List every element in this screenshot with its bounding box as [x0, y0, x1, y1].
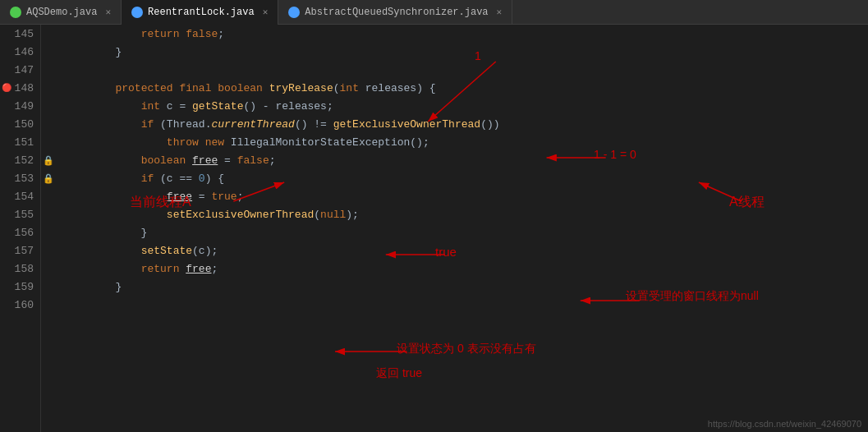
annotation-set-state: 设置状态为 0 表示没有占有 — [397, 342, 536, 356]
code-line-154: free = true; — [64, 187, 868, 205]
editor: 145 146 147 148 149 150 151 152 153 154 … — [0, 25, 868, 432]
tab-close-reentrantlock[interactable]: ✕ — [263, 7, 269, 17]
gutter-150 — [41, 115, 56, 133]
tab-icon-reentrantlock — [131, 7, 143, 18]
code-line-151: throw new IllegalMonitorStateException()… — [64, 133, 868, 151]
gutter-158 — [41, 260, 56, 278]
gutter-160 — [41, 296, 56, 314]
code-line-145: return false; — [64, 25, 868, 43]
gutter-157 — [41, 241, 56, 260]
gutter-149 — [41, 97, 56, 115]
tab-close-abstractqueued[interactable]: ✕ — [497, 7, 503, 17]
gutter-151 — [41, 133, 56, 151]
code-line-158: return free; — [64, 260, 868, 278]
line-num-151: 151 — [0, 133, 40, 151]
gutter-148 — [41, 79, 56, 97]
gutter-147 — [41, 61, 56, 79]
tab-label-reentrantlock: ReentrantLock.java — [148, 7, 255, 18]
line-num-146: 146 — [0, 43, 40, 61]
line-numbers: 145 146 147 148 149 150 151 152 153 154 … — [0, 25, 41, 432]
line-num-152: 152 — [0, 151, 40, 169]
line-num-153: 153 — [0, 169, 40, 187]
gutter-154 — [41, 187, 56, 205]
code-line-153: if (c == 0) { — [64, 169, 868, 187]
line-num-154: 154 — [0, 187, 40, 205]
watermark: https://blog.csdn.net/weixin_42469070 — [708, 419, 861, 429]
annotation-return-true: 返回 true — [376, 366, 422, 381]
tab-reentrantlock[interactable]: ReentrantLock.java ✕ — [122, 0, 278, 25]
line-num-158: 158 — [0, 260, 40, 278]
line-num-157: 157 — [0, 241, 40, 260]
line-num-149: 149 — [0, 97, 40, 115]
gutter-146 — [41, 43, 56, 61]
code-line-159: } — [64, 278, 868, 296]
tab-bar: AQSDemo.java ✕ ReentrantLock.java ✕ Abst… — [0, 0, 868, 25]
line-num-150: 150 — [0, 115, 40, 133]
gutter: 🔒 🔒 — [41, 25, 56, 432]
tab-icon-aqsdemo — [10, 7, 21, 18]
gutter-153: 🔒 — [41, 169, 56, 187]
line-num-159: 159 — [0, 278, 40, 296]
line-num-160: 160 — [0, 296, 40, 314]
code-line-150: if (Thread.currentThread() != getExclusi… — [64, 115, 868, 133]
code-line-152: boolean free = false; — [64, 151, 868, 169]
gutter-152: 🔒 — [41, 151, 56, 169]
code-line-155: setExclusiveOwnerThread(null); — [64, 205, 868, 223]
line-num-155: 155 — [0, 205, 40, 223]
code-line-156: } — [64, 223, 868, 241]
line-num-147: 147 — [0, 61, 40, 79]
code-line-149: int c = getState() - releases; — [64, 97, 868, 115]
tab-aqsdemo[interactable]: AQSDemo.java ✕ — [0, 0, 122, 25]
code-area[interactable]: return false; } protected final boolean … — [56, 25, 868, 432]
tab-close-aqsdemo[interactable]: ✕ — [105, 7, 111, 17]
code-line-148: protected final boolean tryRelease(int r… — [64, 79, 868, 97]
line-num-156: 156 — [0, 223, 40, 241]
code-line-146: } — [64, 43, 868, 61]
line-num-145: 145 — [0, 25, 40, 43]
tab-label-abstractqueued: AbstractQueuedSynchronizer.java — [305, 7, 488, 18]
tab-abstractqueued[interactable]: AbstractQueuedSynchronizer.java ✕ — [278, 0, 512, 25]
gutter-159 — [41, 278, 56, 296]
code-line-157: setState(c); — [64, 241, 868, 260]
gutter-156 — [41, 223, 56, 241]
gutter-155 — [41, 205, 56, 223]
tab-icon-abstractqueued — [288, 7, 300, 18]
code-line-147 — [64, 61, 868, 79]
tab-label-aqsdemo: AQSDemo.java — [26, 7, 97, 18]
gutter-145 — [41, 25, 56, 43]
line-num-148: 148 — [0, 79, 40, 97]
code-line-160 — [64, 296, 868, 314]
